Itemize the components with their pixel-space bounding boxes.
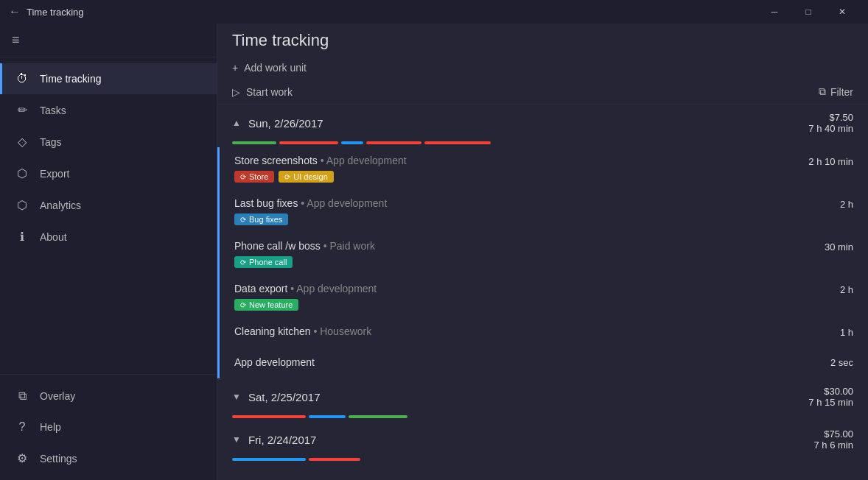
tags-row: ⟳Phone call (234, 256, 825, 268)
sidebar: ≡ ⏱ Time tracking ✏ Tasks ◇ Tags ⬡ Expor… (0, 24, 217, 480)
filter-button[interactable]: ⧉ Filter (819, 85, 853, 98)
tag-icon: ⟳ (240, 216, 246, 224)
day-header-left: ▼ Sat, 2/25/2017 (232, 391, 320, 403)
settings-nav-icon: ⚙ (15, 451, 29, 465)
sidebar-item-tasks[interactable]: ✏ Tasks (0, 94, 217, 126)
work-item-title: Data export • App development (234, 283, 840, 294)
day-header-sat-225[interactable]: ▼ Sat, 2/25/2017 $30.00 7 h 15 min (217, 378, 868, 415)
day-header-right: $30.00 7 h 15 min (808, 386, 853, 408)
time-tracking-nav-label: Time tracking (40, 73, 102, 85)
work-item-left: Store screenshots • App development ⟳Sto… (234, 155, 808, 186)
sidebar-item-help[interactable]: ? Help (0, 412, 217, 442)
day-amount: $7.50 (808, 112, 853, 123)
work-item[interactable]: Phone call /w boss • Paid work ⟳Phone ca… (217, 233, 868, 275)
day-date: Fri, 2/24/2017 (248, 434, 317, 446)
work-item-title: App development (234, 356, 315, 368)
filter-icon: ⧉ (819, 85, 826, 98)
day-time: 7 h 40 min (808, 123, 853, 134)
export-nav-icon: ⬡ (15, 166, 29, 180)
tag-icon: ⟳ (240, 258, 246, 267)
color-bar (232, 141, 276, 144)
sidebar-item-time-tracking[interactable]: ⏱ Time tracking (0, 63, 217, 94)
color-bar (232, 458, 306, 461)
sidebar-item-overlay[interactable]: ⧉ Overlay (0, 381, 217, 412)
title-bar-left: ← Time tracking (9, 5, 84, 18)
day-group-fri-224: ▼ Fri, 2/24/2017 $75.00 7 h 6 min (217, 421, 868, 464)
color-bars-sat-225 (217, 415, 868, 421)
work-item-time: 1 h (840, 325, 853, 338)
sidebar-item-analytics[interactable]: ⬡ Analytics (0, 189, 217, 221)
day-time: 7 h 6 min (814, 440, 853, 451)
work-item-time: 2 h 10 min (808, 155, 853, 167)
color-bar (309, 415, 346, 418)
start-work-button[interactable]: ▷ Start work (232, 86, 293, 98)
day-header-right: $7.50 7 h 40 min (808, 112, 853, 134)
day-header-right: $75.00 7 h 6 min (814, 428, 853, 451)
day-header-sun-226[interactable]: ▲ Sun, 2/26/2017 $7.50 7 h 40 min (217, 105, 868, 141)
tag-icon: ⟳ (284, 173, 290, 181)
add-icon: + (232, 62, 238, 74)
work-item-title: Cleaning kitchen • Housework (234, 325, 840, 337)
main-content: Time tracking + Add work unit ▷ Start wo… (217, 24, 868, 480)
sidebar-item-export[interactable]: ⬡ Export (0, 158, 217, 189)
export-nav-label: Export (40, 168, 69, 180)
settings-nav-label: Settings (40, 453, 77, 465)
sidebar-top: ≡ (0, 24, 217, 57)
chevron-icon: ▲ (232, 118, 241, 128)
color-bar (341, 141, 363, 144)
color-bar (349, 415, 407, 418)
tag: ⟳UI design (279, 171, 333, 183)
work-item-time: 30 min (825, 240, 853, 253)
tag-icon: ⟳ (240, 301, 246, 309)
scroll-area[interactable]: ▲ Sun, 2/26/2017 $7.50 7 h 40 min Store … (217, 105, 868, 480)
sidebar-item-settings[interactable]: ⚙ Settings (0, 442, 217, 474)
window-title: Time tracking (27, 7, 84, 18)
work-item-title: Phone call /w boss • Paid work (234, 240, 825, 252)
work-item[interactable]: Store screenshots • App development ⟳Sto… (217, 147, 868, 190)
day-header-fri-224[interactable]: ▼ Fri, 2/24/2017 $75.00 7 h 6 min (217, 421, 868, 458)
help-nav-label: Help (40, 421, 61, 433)
add-work-unit-row[interactable]: + Add work unit (232, 56, 853, 80)
back-icon[interactable]: ← (9, 5, 21, 18)
maximize-button[interactable]: □ (791, 0, 825, 24)
work-item[interactable]: Cleaning kitchen • Housework 1 h (217, 318, 868, 346)
day-date: Sat, 2/25/2017 (248, 391, 321, 403)
title-bar: ← Time tracking ─ □ ✕ (0, 0, 868, 24)
work-item-category: • Paid work (323, 240, 375, 252)
work-item-time: 2 h (840, 197, 853, 210)
hamburger-icon[interactable]: ≡ (12, 32, 20, 47)
overlay-nav-label: Overlay (40, 390, 75, 402)
help-nav-icon: ? (15, 420, 29, 434)
day-amount: $75.00 (814, 428, 853, 440)
close-button[interactable]: ✕ (825, 0, 859, 24)
tags-nav-icon: ◇ (15, 135, 29, 149)
work-item-title: Store screenshots • App development (234, 155, 808, 166)
window-controls: ─ □ ✕ (757, 0, 859, 24)
day-time: 7 h 15 min (808, 397, 853, 408)
work-item-left: Last bug fixes • App development ⟳Bug fi… (234, 197, 840, 228)
minimize-button[interactable]: ─ (757, 0, 791, 24)
work-item[interactable]: App development 2 sec (217, 346, 868, 378)
sidebar-nav: ⏱ Time tracking ✏ Tasks ◇ Tags ⬡ Export … (0, 57, 217, 374)
work-item-category: • Housework (313, 325, 371, 337)
analytics-nav-label: Analytics (40, 200, 81, 211)
sidebar-item-about[interactable]: ℹ About (0, 221, 217, 253)
chevron-icon: ▼ (232, 434, 241, 445)
work-item[interactable]: Last bug fixes • App development ⟳Bug fi… (217, 190, 868, 233)
main-header: Time tracking + Add work unit ▷ Start wo… (217, 24, 868, 105)
work-item-left: Phone call /w boss • Paid work ⟳Phone ca… (234, 240, 825, 271)
sidebar-item-tags[interactable]: ◇ Tags (0, 126, 217, 158)
filter-label: Filter (830, 86, 853, 98)
tasks-nav-label: Tasks (40, 105, 66, 116)
tasks-nav-icon: ✏ (15, 103, 29, 117)
page-title: Time tracking (232, 24, 853, 56)
play-icon: ▷ (232, 86, 240, 98)
work-item[interactable]: Data export • App development ⟳New featu… (217, 275, 868, 318)
sidebar-bottom: ⧉ Overlay ? Help ⚙ Settings (0, 374, 217, 480)
color-bars-fri-224 (217, 458, 868, 464)
start-work-row: ▷ Start work ⧉ Filter (232, 80, 853, 104)
about-nav-label: About (40, 231, 67, 243)
tag: ⟳New feature (234, 299, 298, 311)
day-amount: $30.00 (808, 386, 853, 397)
app-body: ≡ ⏱ Time tracking ✏ Tasks ◇ Tags ⬡ Expor… (0, 24, 868, 480)
